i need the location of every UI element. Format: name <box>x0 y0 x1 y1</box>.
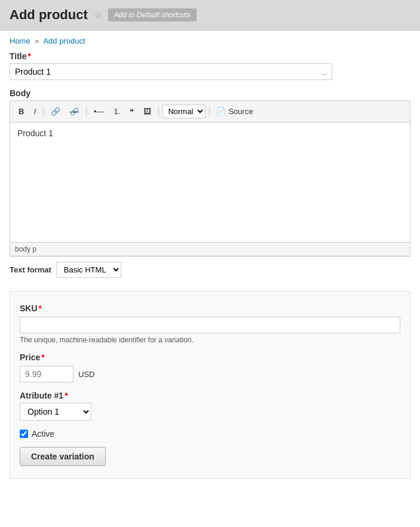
page-header: Add product ☆ Add to Default shortcuts <box>0 0 420 30</box>
toolbar-divider-3 <box>158 106 159 117</box>
text-format-row: Text format Basic HTML <box>10 256 410 283</box>
sku-field-group: SKU* The unique, machine-readable identi… <box>20 304 400 344</box>
editor-wrapper: B I 🔗 🔗 •— 1. ❝ 🖼 Normal 📄 Source <box>10 100 410 256</box>
body-label: Body <box>10 88 410 98</box>
price-row: USD <box>20 366 400 382</box>
page-title: Add product <box>10 7 88 23</box>
attribute-field-group: Atribute #1* Option 1 Option 2 Option 3 <box>20 391 400 421</box>
editor-content: Product 1 <box>17 128 403 138</box>
breadcrumb-current-link[interactable]: Add product <box>43 36 85 45</box>
attribute-required-marker: * <box>65 391 68 400</box>
title-label: Title* <box>10 51 410 61</box>
active-label: Active <box>32 429 54 439</box>
editor-body[interactable]: Product 1 <box>10 122 410 242</box>
attribute-select-wrapper: Option 1 Option 2 Option 3 <box>20 403 91 421</box>
currency-label: USD <box>78 370 94 379</box>
text-format-label: Text format <box>10 265 51 274</box>
price-label: Price* <box>20 353 400 362</box>
bold-button[interactable]: B <box>15 105 27 118</box>
create-variation-button[interactable]: Create variation <box>20 447 106 466</box>
italic-button[interactable]: I <box>30 105 39 118</box>
attribute-select[interactable]: Option 1 Option 2 Option 3 <box>20 403 91 421</box>
body-field-group: Body B I 🔗 🔗 •— 1. ❝ 🖼 Normal <box>10 88 410 283</box>
link-button[interactable]: 🔗 <box>47 105 64 118</box>
ol-button[interactable]: 1. <box>111 105 124 118</box>
add-shortcut-button[interactable]: Add to Default shortcuts <box>108 8 197 22</box>
main-content: Title* ⎵ Body B I 🔗 🔗 •— 1. ❝ 🖼 <box>0 51 420 488</box>
breadcrumb-home-link[interactable]: Home <box>10 36 30 45</box>
source-icon: 📄 <box>216 107 226 116</box>
source-button[interactable]: 📄 Source <box>213 106 256 117</box>
image-button[interactable]: 🖼 <box>140 105 155 118</box>
ul-button[interactable]: •— <box>90 105 108 118</box>
title-input-wrapper: ⎵ <box>10 63 332 80</box>
sku-input[interactable] <box>20 317 400 333</box>
sku-required-marker: * <box>39 304 42 313</box>
unlink-button[interactable]: 🔗 <box>66 106 82 118</box>
breadcrumb-separator: » <box>35 36 39 45</box>
title-field-group: Title* ⎵ <box>10 51 410 80</box>
toolbar-divider-2 <box>86 106 87 117</box>
edit-icon: ⎵ <box>322 67 327 76</box>
sku-hint: The unique, machine-readable identifier … <box>20 336 400 344</box>
breadcrumb: Home » Add product <box>0 30 420 51</box>
title-required-marker: * <box>28 51 31 61</box>
star-icon[interactable]: ☆ <box>94 10 102 21</box>
title-input[interactable] <box>15 67 322 76</box>
toolbar-divider-4 <box>209 106 210 117</box>
active-checkbox[interactable] <box>20 430 28 438</box>
text-format-select[interactable]: Basic HTML <box>56 262 121 278</box>
sku-label: SKU* <box>20 304 400 313</box>
format-select[interactable]: Normal <box>163 105 206 118</box>
price-field-group: Price* USD <box>20 353 400 382</box>
variation-section: SKU* The unique, machine-readable identi… <box>10 291 410 479</box>
toolbar-divider-1 <box>43 106 44 117</box>
editor-footer: body p <box>10 242 410 256</box>
editor-toolbar: B I 🔗 🔗 •— 1. ❝ 🖼 Normal 📄 Source <box>10 101 410 122</box>
active-checkbox-row: Active <box>20 429 400 439</box>
price-input[interactable] <box>20 366 73 382</box>
source-label: Source <box>228 107 253 116</box>
price-required-marker: * <box>41 353 44 362</box>
blockquote-button[interactable]: ❝ <box>126 105 137 118</box>
attribute-label: Atribute #1* <box>20 391 400 400</box>
